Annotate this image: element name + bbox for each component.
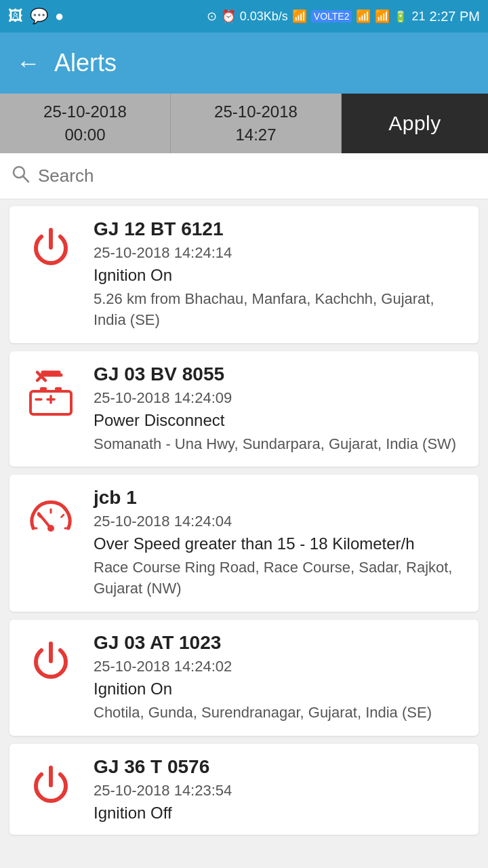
svg-rect-8 bbox=[55, 387, 62, 393]
alert-datetime: 25-10-2018 14:23:54 bbox=[94, 782, 468, 800]
alert-type: Ignition On bbox=[94, 266, 468, 285]
alert-vehicle: GJ 36 T 0576 bbox=[94, 756, 468, 778]
start-date-picker[interactable]: 25-10-2018 00:00 bbox=[0, 94, 171, 153]
alert-type: Over Speed greater than 15 - 18 Kilomete… bbox=[94, 534, 468, 553]
alert-datetime: 25-10-2018 14:24:14 bbox=[94, 244, 468, 262]
page-title: Alerts bbox=[54, 49, 117, 77]
alert-datetime: 25-10-2018 14:24:04 bbox=[94, 513, 468, 530]
svg-point-0 bbox=[14, 167, 24, 178]
search-bar bbox=[0, 153, 488, 199]
alert-card[interactable]: GJ 03 AT 1023 25-10-2018 14:24:02 Igniti… bbox=[9, 620, 479, 736]
status-bar-right: ⊙ ⏰ 0.03Kb/s 📶 VOLTE2 📶 📶 🔋 21 2:27 PM bbox=[207, 9, 480, 24]
alert-vehicle: GJ 12 BT 6121 bbox=[94, 218, 468, 240]
alert-list: GJ 12 BT 6121 25-10-2018 14:24:14 Igniti… bbox=[0, 199, 488, 842]
message-icon: 💬 bbox=[30, 7, 48, 25]
signal2-icon: 📶 bbox=[375, 9, 390, 24]
alert-icon bbox=[20, 363, 81, 425]
search-input[interactable] bbox=[38, 165, 477, 186]
status-bar: 🖼 💬 ● ⊙ ⏰ 0.03Kb/s 📶 VOLTE2 📶 📶 🔋 21 2:2… bbox=[0, 0, 488, 33]
whatsapp-icon: ● bbox=[55, 7, 64, 25]
wifi-icon: 📶 bbox=[292, 9, 307, 24]
svg-rect-7 bbox=[40, 387, 47, 393]
alert-card[interactable]: GJ 03 BV 8055 25-10-2018 14:24:09 Power … bbox=[9, 351, 479, 467]
alert-location: Race Course Ring Road, Race Course, Sada… bbox=[94, 557, 468, 599]
network-speed: 0.03Kb/s bbox=[240, 9, 288, 24]
alert-type: Ignition On bbox=[94, 679, 468, 698]
alert-content: GJ 03 AT 1023 25-10-2018 14:24:02 Igniti… bbox=[94, 632, 468, 724]
date-filter-bar: 25-10-2018 00:00 25-10-2018 14:27 Apply bbox=[0, 94, 488, 153]
signal-icon: 📶 bbox=[356, 9, 371, 24]
battery-icon: 🔋 bbox=[394, 10, 407, 23]
alert-content: jcb 1 25-10-2018 14:24:04 Over Speed gre… bbox=[94, 487, 468, 599]
app-bar: ← Alerts bbox=[0, 33, 488, 94]
alert-card[interactable]: GJ 12 BT 6121 25-10-2018 14:24:14 Igniti… bbox=[9, 206, 479, 343]
alert-icon bbox=[20, 756, 81, 817]
alert-vehicle: jcb 1 bbox=[94, 487, 468, 509]
alert-vehicle: GJ 03 BV 8055 bbox=[94, 363, 468, 385]
alert-content: GJ 36 T 0576 25-10-2018 14:23:54 Ignitio… bbox=[94, 756, 468, 823]
alert-datetime: 25-10-2018 14:24:02 bbox=[94, 658, 468, 675]
battery-level: 21 bbox=[411, 9, 425, 24]
alert-datetime: 25-10-2018 14:24:09 bbox=[94, 389, 468, 407]
alert-card[interactable]: jcb 1 25-10-2018 14:24:04 Over Speed gre… bbox=[9, 475, 479, 612]
svg-line-18 bbox=[62, 515, 64, 517]
alert-type: Power Disconnect bbox=[94, 411, 468, 430]
alert-icon bbox=[20, 487, 81, 548]
end-date-value: 25-10-2018 bbox=[214, 100, 298, 123]
alert-icon bbox=[20, 218, 81, 279]
end-time-value: 14:27 bbox=[235, 123, 276, 146]
volte-badge: VOLTE2 bbox=[311, 10, 352, 22]
alert-location: 5.26 km from Bhachau, Manfara, Kachchh, … bbox=[94, 289, 468, 331]
time-display: 2:27 PM bbox=[430, 9, 480, 24]
alert-card[interactable]: GJ 36 T 0576 25-10-2018 14:23:54 Ignitio… bbox=[9, 744, 479, 835]
image-icon: 🖼 bbox=[8, 7, 23, 25]
alert-location: Somanath - Una Hwy, Sundarpara, Gujarat,… bbox=[94, 434, 468, 455]
svg-line-1 bbox=[24, 177, 29, 182]
svg-point-13 bbox=[47, 525, 54, 532]
search-icon bbox=[11, 164, 30, 188]
apply-button[interactable]: Apply bbox=[342, 94, 488, 153]
alert-vehicle: GJ 03 AT 1023 bbox=[94, 632, 468, 654]
status-bar-left: 🖼 💬 ● bbox=[8, 7, 64, 25]
alert-location: Chotila, Gunda, Surendranagar, Gujarat, … bbox=[94, 703, 468, 724]
alert-icon bbox=[20, 632, 81, 693]
alert-type: Ignition Off bbox=[94, 804, 468, 823]
alert-content: GJ 12 BT 6121 25-10-2018 14:24:14 Igniti… bbox=[94, 218, 468, 331]
alert-content: GJ 03 BV 8055 25-10-2018 14:24:09 Power … bbox=[94, 363, 468, 455]
alarm-icon: ⏰ bbox=[221, 9, 236, 24]
end-date-picker[interactable]: 25-10-2018 14:27 bbox=[171, 94, 342, 153]
back-button[interactable]: ← bbox=[16, 49, 41, 77]
start-time-value: 00:00 bbox=[64, 123, 105, 146]
start-date-value: 25-10-2018 bbox=[43, 100, 127, 123]
vpn-icon: ⊙ bbox=[207, 9, 217, 24]
